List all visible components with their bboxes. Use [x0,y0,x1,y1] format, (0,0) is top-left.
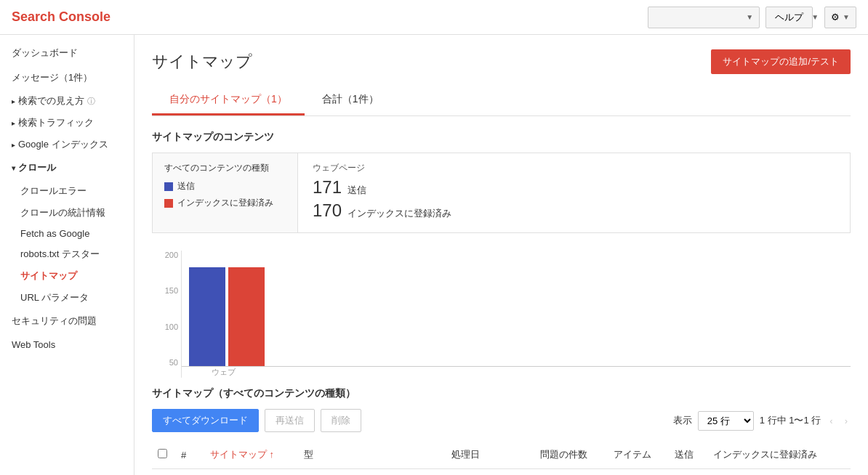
sidebar-item-fetch-as-google[interactable]: Fetch as Google [0,224,134,243]
row-checkbox-cell [152,469,175,476]
table-section: サイトマップ（すべてのコンテンツの種類） すべてダウンロード 再送信 削除 表示… [152,387,851,475]
header: Search Console ▼ ヘルプ ▼ ⚙ ▼ [0,0,868,35]
col-header-checkbox [152,441,175,469]
sidebar-item-search-appearance[interactable]: ▸ 検索での見え方 ⓘ [0,90,134,112]
layout: ダッシュボード メッセージ（1件） ▸ 検索での見え方 ⓘ ▸ 検索トラフィック… [0,35,868,475]
sidebar-section-crawl: ▾ クロール [0,155,134,180]
help-chevron-icon: ▼ [811,13,819,21]
help-button[interactable]: ヘルプ [765,7,813,28]
sidebar-item-web-tools[interactable]: Web Tools [0,333,134,356]
prev-page-button[interactable]: ‹ [827,414,835,428]
row-items: ウェブ [608,469,669,476]
sidebar-item-label: 検索での見え方 [18,94,84,107]
sitemap-content-title: サイトマップのコンテンツ [152,131,851,144]
sidebar-item-label: Web Tools [12,339,55,350]
col-header-issues: 問題の件数 [534,441,608,469]
legend-color-indexed [164,199,173,208]
stat-number-indexed: 170 [313,200,342,221]
add-sitemap-button[interactable]: サイトマップの追加/テスト [711,49,851,74]
bar-chart: 200 150 100 50 ウェブ [152,251,851,381]
stat-row-indexed: 170 インデックスに登録済み [313,200,835,221]
col-sitemap-label: サイトマップ ↑ [210,449,274,460]
pagination-text: 1 行中 1〜1 行 [760,414,821,427]
sidebar-item-search-traffic[interactable]: ▸ 検索トラフィック [0,112,134,134]
row-type: サイトマップ インデックス [298,469,446,476]
row-submitted: 171 [669,469,707,476]
main-content: サイトマップ サイトマップの追加/テスト 自分のサイトマップ（1） 合計（1件）… [134,35,868,475]
sitemaps-table: # サイトマップ ↑ 型 処理日 問題の件数 アイテム 送信 インデックスに登録… [152,441,851,475]
sidebar-item-crawl-errors[interactable]: クロールエラー [0,180,134,202]
sidebar-item-robots-tester[interactable]: robots.txt テスター [0,243,134,265]
sidebar-item-sitemaps[interactable]: サイトマップ [0,265,134,287]
bar-indexed [228,267,265,366]
sidebar-item-security[interactable]: セキュリティの問題 [0,309,134,333]
col-header-items: アイテム [608,441,669,469]
sidebar-item-label: クロールエラー [20,185,87,196]
info-icon: ⓘ [87,96,95,107]
stat-number-submitted: 171 [313,177,342,198]
caret-down-icon: ▾ [12,164,15,172]
sidebar-item-label: Google インデックス [18,138,108,151]
header-controls: ▼ ヘルプ ▼ ⚙ ▼ [648,7,856,28]
sidebar-item-label: 検索トラフィック [18,116,94,129]
row-indexed: 170 [707,469,851,476]
table-header-row: # サイトマップ ↑ 型 処理日 問題の件数 アイテム 送信 インデックスに登録… [152,441,851,469]
sidebar: ダッシュボード メッセージ（1件） ▸ 検索での見え方 ⓘ ▸ 検索トラフィック… [0,35,134,475]
legend-indexed: インデックスに登録済み [164,197,286,209]
sidebar-item-google-index[interactable]: ▸ Google インデックス [0,134,134,155]
col-header-type: 型 [298,441,446,469]
resubmit-button[interactable]: 再送信 [265,409,315,432]
y-label-150: 150 [165,286,178,295]
site-selector-chevron-icon: ▼ [746,13,753,21]
col-header-num: # [175,441,204,469]
tab-all[interactable]: 合計（1件） [305,86,396,115]
sidebar-item-label: メッセージ（1件） [12,71,92,84]
y-label-100: 100 [165,322,178,331]
sidebar-item-label: ダッシュボード [12,46,78,60]
content-types-label: すべてのコンテンツの種類 [164,162,286,174]
site-selector[interactable]: ▼ [648,7,760,28]
stat-row-submitted: 171 送信 [313,177,835,198]
sidebar-item-crawl-stats[interactable]: クロールの統計情報 [0,202,134,224]
x-label-web: ウェブ [189,367,257,378]
sidebar-section-label: クロール [18,161,56,174]
settings-chevron-icon: ▼ [843,13,850,21]
content-types-panel: すべてのコンテンツの種類 送信 インデックスに登録済み [153,153,298,232]
col-header-processed-date: 処理日 [446,441,534,469]
rows-select[interactable]: 25 行 50 行 100 行 [698,411,754,431]
row-sitemap-url[interactable]: /sitemap.xml [204,469,298,476]
bar-submitted [189,267,225,366]
caret-icon: ▸ [12,119,15,127]
col-header-sitemap[interactable]: サイトマップ ↑ [204,441,298,469]
y-label-200: 200 [165,251,178,259]
settings-button[interactable]: ⚙ ▼ [824,7,856,28]
legend-label-indexed: インデックスに登録済み [177,197,273,209]
sidebar-item-label: クロールの統計情報 [20,207,105,218]
logo: Search Console [12,9,648,25]
delete-button[interactable]: 削除 [321,409,361,432]
sidebar-item-dashboard[interactable]: ダッシュボード [0,41,134,65]
table-section-title: サイトマップ（すべてのコンテンツの種類） [152,387,851,400]
sidebar-item-label: セキュリティの問題 [12,314,97,328]
select-all-checkbox[interactable] [158,449,167,458]
row-issues: - [534,469,608,476]
page-title: サイトマップ [152,51,252,73]
sidebar-item-label: robots.txt テスター [20,248,100,259]
legend-color-submitted [164,182,173,191]
sidebar-item-url-params[interactable]: URL パラメータ [0,287,134,309]
next-page-button[interactable]: › [842,414,851,428]
col-header-submitted: 送信 [669,441,707,469]
webpage-label: ウェブページ [313,162,835,174]
sidebar-item-label: URL パラメータ [20,292,89,303]
download-all-button[interactable]: すべてダウンロード [152,409,259,432]
sidebar-item-messages[interactable]: メッセージ（1件） [0,65,134,90]
legend-label-submitted: 送信 [177,180,195,192]
stat-label-submitted: 送信 [347,184,366,197]
sitemap-content-panel: すべてのコンテンツの種類 送信 インデックスに登録済み ウェブページ 171 送… [152,153,851,233]
tab-my-sitemaps[interactable]: 自分のサイトマップ（1） [152,86,305,115]
table-pagination: 表示 25 行 50 行 100 行 1 行中 1〜1 行 ‹ › [673,411,851,431]
y-label-50: 50 [169,358,178,367]
tabs: 自分のサイトマップ（1） 合計（1件） [152,86,851,116]
caret-icon: ▸ [12,97,15,105]
table-row: 1 /sitemap.xml サイトマップ インデックス 2018年1月1日 -… [152,469,851,476]
